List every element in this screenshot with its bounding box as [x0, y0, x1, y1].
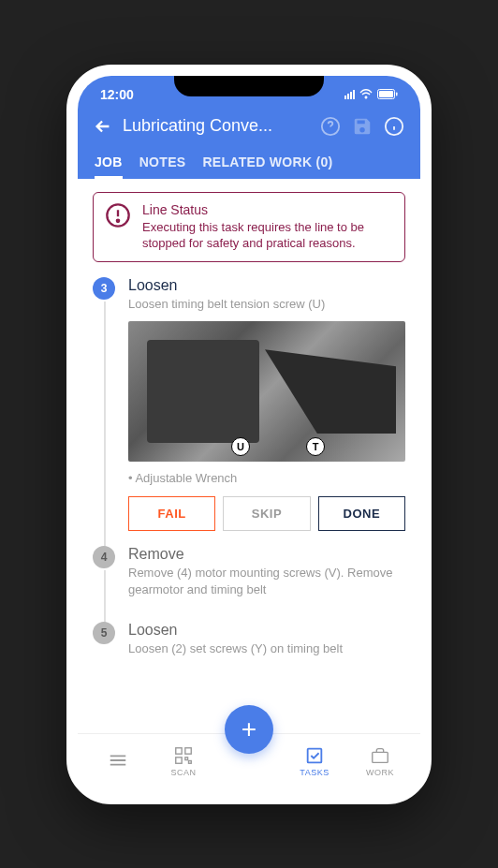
alert-body: Executing this task requires the line to…: [142, 219, 393, 252]
step-title: Remove: [128, 546, 405, 563]
svg-point-9: [117, 219, 119, 221]
svg-rect-15: [176, 758, 182, 763]
page-title: Lubricating Conve...: [123, 116, 310, 136]
nav-label: SCAN: [170, 768, 196, 777]
work-icon: [370, 745, 390, 766]
title-row: Lubricating Conve...: [78, 110, 420, 147]
phone-frame: 12:00 Lubricating Conve... JO: [66, 65, 432, 804]
fail-button[interactable]: FAIL: [128, 496, 215, 531]
alert-icon: [105, 202, 131, 228]
menu-icon: [108, 750, 128, 771]
step-list: 3 Loosen Loosen timing belt tension scre…: [93, 277, 405, 682]
image-callout-u: U: [231, 437, 250, 456]
nav-menu[interactable]: [90, 750, 146, 772]
svg-rect-13: [176, 748, 182, 754]
info-icon[interactable]: [383, 115, 405, 138]
nav-label: TASKS: [300, 768, 329, 777]
line-status-alert: Line Status Executing this task requires…: [93, 192, 405, 262]
nav-label: WORK: [366, 768, 394, 777]
step-description: Loosen (2) set screws (Y) on timing belt: [128, 640, 405, 657]
qr-icon: [173, 745, 194, 766]
device-notch: [174, 72, 324, 96]
back-icon[interactable]: [93, 116, 113, 137]
nav-work[interactable]: WORK: [352, 745, 408, 777]
battery-icon: [377, 89, 398, 99]
svg-rect-16: [185, 758, 188, 760]
status-time: 12:00: [100, 87, 134, 102]
alert-title: Line Status: [142, 202, 393, 217]
step-number: 5: [93, 622, 115, 644]
step-actions: FAIL SKIP DONE: [128, 496, 405, 531]
step-title: Loosen: [128, 277, 405, 294]
signal-icon: [344, 90, 355, 99]
step-item: 3 Loosen Loosen timing belt tension scre…: [93, 277, 405, 547]
step-description: Remove (4) motor mounting screws (V). Re…: [128, 565, 405, 597]
content-area[interactable]: Line Status Executing this task requires…: [78, 179, 420, 694]
image-callout-t: T: [306, 437, 325, 456]
svg-rect-1: [379, 91, 393, 97]
done-button[interactable]: DONE: [318, 496, 405, 531]
step-description: Loosen timing belt tension screw (U): [128, 296, 405, 313]
add-fab[interactable]: +: [225, 705, 273, 754]
skip-button[interactable]: SKIP: [223, 496, 310, 531]
tasks-icon: [304, 745, 325, 766]
nav-tasks[interactable]: TASKS: [286, 745, 343, 777]
svg-rect-2: [396, 93, 398, 96]
help-icon[interactable]: [319, 115, 342, 138]
step-item: 5 Loosen Loosen (2) set screws (Y) on ti…: [93, 622, 405, 682]
tab-related-work[interactable]: RELATED WORK (0): [202, 147, 332, 179]
nav-scan[interactable]: SCAN: [155, 745, 212, 777]
svg-rect-14: [185, 748, 191, 754]
svg-rect-19: [373, 752, 388, 762]
step-item: 4 Remove Remove (4) motor mounting screw…: [93, 546, 405, 622]
svg-rect-17: [189, 761, 192, 764]
save-icon[interactable]: [351, 115, 374, 138]
tab-bar: JOB NOTES RELATED WORK (0): [78, 147, 420, 179]
step-image[interactable]: U T: [128, 321, 405, 462]
step-number: 4: [93, 546, 115, 568]
tab-notes[interactable]: NOTES: [139, 147, 186, 179]
wifi-icon: [359, 89, 374, 100]
status-icons: [344, 89, 398, 100]
step-tool: • Adjustable Wrench: [128, 471, 405, 485]
tab-job[interactable]: JOB: [95, 147, 123, 179]
step-number: 3: [93, 277, 115, 300]
step-title: Loosen: [128, 622, 405, 639]
svg-rect-18: [308, 749, 322, 763]
